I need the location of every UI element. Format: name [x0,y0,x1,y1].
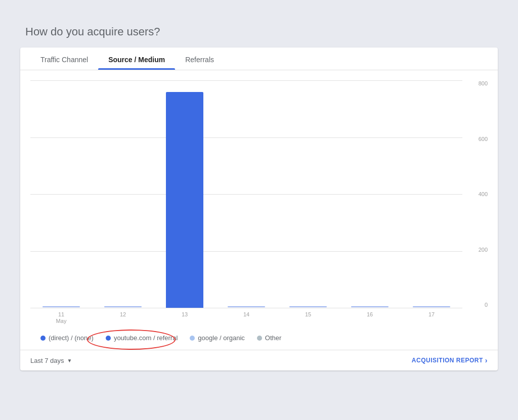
bar-group-15 [277,80,339,308]
page-title: How do you acquire users? [20,25,498,38]
bar-group-13 [154,80,215,308]
legend-dot-other [257,336,262,341]
legend: (direct) / (none)youtube.com / referralg… [30,328,488,350]
legend-item-other: Other [257,334,282,342]
x-label-group-13: 13 [154,311,215,318]
legend-container: (direct) / (none)youtube.com / referralg… [20,328,498,350]
flat-line-15 [289,306,326,307]
flat-line-16 [351,306,388,307]
legend-label-other: Other [265,334,282,342]
tab-bar: Traffic Channel Source / Medium Referral… [20,48,498,70]
legend-label-youtube: youtube.com / referral [114,334,178,342]
tab-source-medium[interactable]: Source / Medium [98,48,175,70]
outer-container: How do you acquire users? Traffic Channe… [10,10,508,420]
legend-dot-youtube [106,336,111,341]
acquisition-report-link[interactable]: ACQUISITION REPORT › [412,356,488,364]
chart-area: 800 600 400 200 0 11May121314151617 [20,70,498,328]
flat-line-17 [413,306,450,307]
flat-line-12 [104,306,141,307]
bar-group-14 [215,80,277,308]
y-label-200: 200 [479,247,488,253]
dropdown-arrow-icon: ▼ [67,358,72,363]
date-range-label: Last 7 days [30,357,64,364]
y-axis-labels: 800 600 400 200 0 [465,80,488,308]
legend-item-youtube: youtube.com / referral [106,334,178,342]
x-label-date-15: 15 [305,311,311,318]
bar-13 [166,92,203,308]
legend-item-google: google / organic [190,334,245,342]
y-label-0: 0 [485,302,488,308]
y-label-600: 600 [479,136,488,142]
report-link-label: ACQUISITION REPORT [412,357,483,364]
chart-wrapper: 800 600 400 200 0 11May121314151617 [30,75,488,328]
flat-line-11 [42,306,79,307]
x-label-group-12: 12 [92,311,154,318]
legend-item-direct: (direct) / (none) [40,334,94,342]
x-label-group-16: 16 [339,311,401,318]
x-label-date-16: 16 [367,311,373,318]
legend-dot-google [190,336,195,341]
x-label-group-14: 14 [215,311,277,318]
x-sublabel-11: May [56,318,67,324]
flat-line-14 [228,306,265,307]
bars-area [30,80,462,308]
x-label-group-11: 11May [30,311,92,324]
x-label-date-13: 13 [182,311,188,318]
tab-traffic-channel[interactable]: Traffic Channel [30,48,98,70]
legend-dot-direct [40,336,46,341]
date-range-selector[interactable]: Last 7 days ▼ [30,357,72,364]
y-label-400: 400 [479,191,488,197]
tab-referrals[interactable]: Referrals [175,48,224,70]
x-label-date-17: 17 [428,311,435,318]
x-label-date-12: 12 [120,311,126,318]
legend-label-google: google / organic [198,334,245,342]
x-label-date-11: 11 [58,311,64,318]
x-label-date-14: 14 [243,311,249,318]
x-label-group-15: 15 [277,311,339,318]
chart-inner: 800 600 400 200 0 11May121314151617 [30,75,488,328]
bar-group-16 [339,80,401,308]
y-label-800: 800 [479,80,488,86]
chevron-right-icon: › [485,356,488,364]
bar-group-17 [401,80,462,308]
bar-group-12 [92,80,154,308]
x-axis-labels: 11May121314151617 [30,308,462,328]
bar-group-11 [30,80,92,308]
legend-label-direct: (direct) / (none) [49,334,94,342]
card-footer: Last 7 days ▼ ACQUISITION REPORT › [20,350,498,370]
analytics-card: Traffic Channel Source / Medium Referral… [20,48,498,370]
x-label-group-17: 17 [401,311,462,318]
